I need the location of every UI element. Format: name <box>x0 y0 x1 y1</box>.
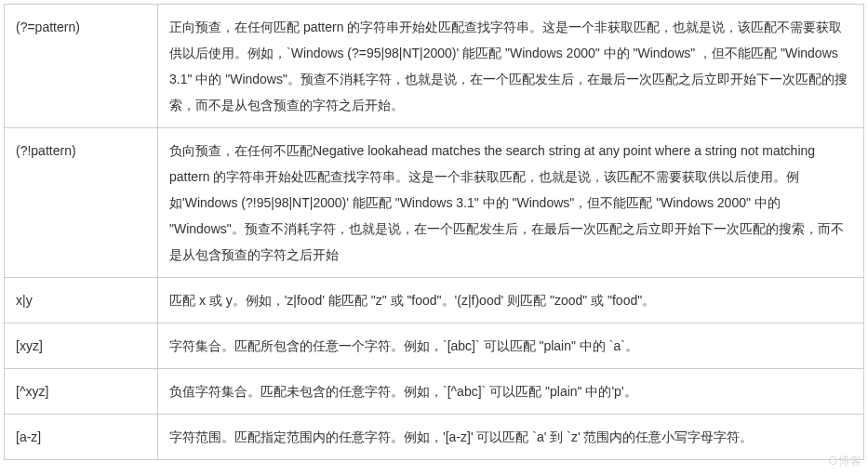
description-cell: 正向预查，在任何匹配 pattern 的字符串开始处匹配查找字符串。这是一个非获… <box>158 5 864 128</box>
pattern-cell: x|y <box>5 278 158 323</box>
table-row: x|y 匹配 x 或 y。例如，'z|food' 能匹配 "z" 或 "food… <box>5 278 864 323</box>
description-cell: 负值字符集合。匹配未包含的任意字符。例如，`[^abc]` 可以匹配 "plai… <box>158 369 864 415</box>
pattern-cell: (?=pattern) <box>5 5 158 128</box>
table-row: [^xyz] 负值字符集合。匹配未包含的任意字符。例如，`[^abc]` 可以匹… <box>5 369 864 415</box>
pattern-cell: [a-z] <box>5 415 158 460</box>
pattern-cell: (?!pattern) <box>5 128 158 278</box>
regex-reference-table: (?=pattern) 正向预查，在任何匹配 pattern 的字符串开始处匹配… <box>4 4 864 460</box>
table-row: [xyz] 字符集合。匹配所包含的任意一个字符。例如，`[abc]` 可以匹配 … <box>5 323 864 369</box>
description-cell: 负向预查，在任何不匹配Negative lookahead matches th… <box>158 128 864 278</box>
pattern-cell: [xyz] <box>5 323 158 369</box>
table-row: [a-z] 字符范围。匹配指定范围内的任意字符。例如，'[a-z]' 可以匹配 … <box>5 415 864 460</box>
pattern-cell: [^xyz] <box>5 369 158 415</box>
description-cell: 字符集合。匹配所包含的任意一个字符。例如，`[abc]` 可以匹配 "plain… <box>158 323 864 369</box>
table-row: (?=pattern) 正向预查，在任何匹配 pattern 的字符串开始处匹配… <box>5 5 864 128</box>
description-cell: 匹配 x 或 y。例如，'z|food' 能匹配 "z" 或 "food"。'(… <box>158 278 864 323</box>
description-cell: 字符范围。匹配指定范围内的任意字符。例如，'[a-z]' 可以匹配 `a' 到 … <box>158 415 864 460</box>
table-row: (?!pattern) 负向预查，在任何不匹配Negative lookahea… <box>5 128 864 278</box>
